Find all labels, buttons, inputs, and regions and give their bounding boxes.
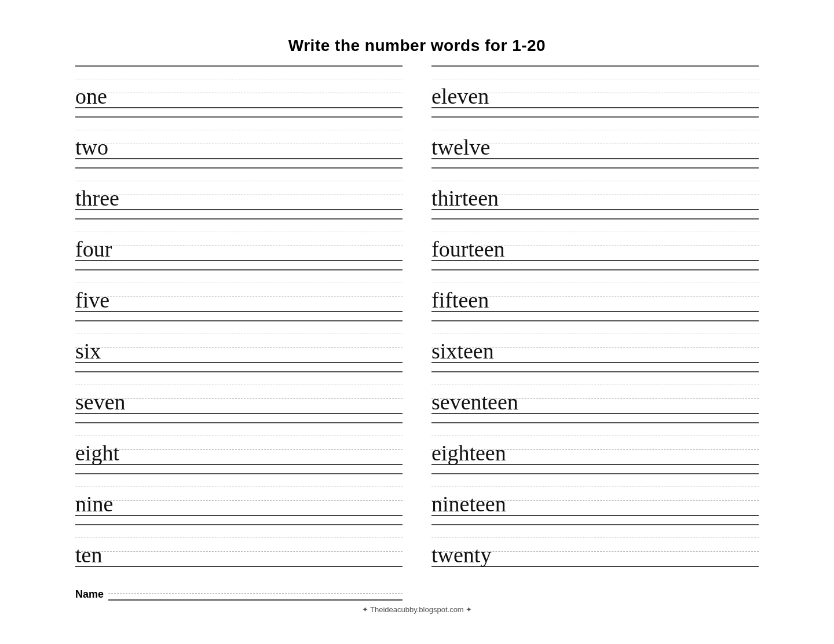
writing-line-base [75,362,403,363]
writing-line-mid [75,297,403,297]
word-entry-fourteen: fourteen [431,218,759,269]
writing-line-base [75,311,403,312]
writing-line-top [431,232,759,232]
word-label-eight: eight [75,442,119,464]
word-label-twelve: twelve [431,136,490,158]
word-label-one: one [75,85,107,107]
worksheet: Write the number words for 1-20 onetwoth… [52,19,782,625]
word-label-nine: nine [75,493,113,515]
writing-line-base [75,566,403,567]
writing-line-mid [75,246,403,246]
word-label-four: four [75,238,112,260]
writing-area[interactable]: six [75,321,403,371]
writing-area[interactable]: four [75,219,403,269]
name-spacer [431,581,759,601]
writing-line-top [75,283,403,283]
writing-area[interactable]: nine [75,474,403,524]
writing-line-base [75,107,403,108]
word-label-seventeen: seventeen [431,391,518,413]
writing-area[interactable]: one [75,67,403,116]
writing-line-top [75,486,403,487]
word-label-fourteen: fourteen [431,238,505,260]
word-label-fifteen: fifteen [431,289,489,311]
writing-line-top [75,130,403,130]
writing-area[interactable]: eighteen [431,423,759,473]
page-title: Write the number words for 1-20 [75,36,759,55]
word-entry-three: three [75,167,403,218]
writing-area[interactable]: twelve [431,118,759,167]
writing-line-top [431,181,759,181]
writing-line-top [431,334,759,334]
writing-line-top [431,436,759,436]
word-entry-six: six [75,320,403,371]
word-label-three: three [75,187,119,209]
writing-line-top [75,537,403,538]
word-entry-ten: ten [75,524,403,575]
writing-line-top [75,232,403,232]
word-label-seven: seven [75,391,126,413]
writing-area[interactable]: fifteen [431,270,759,320]
writing-area[interactable]: eleven [431,67,759,116]
writing-line-base [75,209,403,210]
writing-line-top [431,537,759,538]
word-grid: onetwothreefourfivesixseveneightnineten … [75,65,759,575]
writing-line-top [75,334,403,334]
writing-line-mid [75,93,403,93]
word-label-five: five [75,289,109,311]
word-entry-five: five [75,269,403,320]
writing-line-top [431,283,759,283]
word-entry-seven: seven [75,371,403,422]
writing-line-mid [75,500,403,501]
writing-area[interactable]: two [75,118,403,167]
writing-area[interactable]: sixteen [431,321,759,371]
word-label-six: six [75,340,101,362]
writing-line-base [75,158,403,159]
word-entry-eighteen: eighteen [431,422,759,473]
writing-area[interactable]: nineteen [431,474,759,524]
name-section: Name [75,581,759,601]
writing-area[interactable]: three [75,169,403,218]
word-entry-eleven: eleven [431,65,759,116]
writing-area[interactable]: eight [75,423,403,473]
footer-text: ✦ Theideacubby.blogspot.com ✦ [75,605,759,614]
writing-area[interactable]: fourteen [431,219,759,269]
word-entry-two: two [75,116,403,167]
word-label-eighteen: eighteen [431,442,506,464]
writing-line-top [75,79,403,79]
writing-line-top [431,79,759,79]
word-entry-fifteen: fifteen [431,269,759,320]
name-label: Name [75,588,104,601]
writing-area[interactable]: ten [75,525,403,575]
writing-area[interactable]: seven [75,372,403,422]
word-entry-nineteen: nineteen [431,473,759,524]
writing-area[interactable]: five [75,270,403,320]
word-label-eleven: eleven [431,85,489,107]
word-entry-sixteen: sixteen [431,320,759,371]
writing-line-top [75,181,403,181]
word-entry-eight: eight [75,422,403,473]
word-entry-thirteen: thirteen [431,167,759,218]
word-entry-one: one [75,65,403,116]
writing-line-base [75,515,403,516]
word-entry-twelve: twelve [431,116,759,167]
writing-line-top [431,385,759,385]
word-label-two: two [75,136,108,158]
word-entry-nine: nine [75,473,403,524]
writing-area[interactable]: thirteen [431,169,759,218]
word-label-ten: ten [75,544,102,566]
writing-line-mid [75,195,403,195]
writing-line-mid [75,144,403,144]
writing-line-mid [75,551,403,552]
writing-line-mid [75,449,403,450]
word-label-sixteen: sixteen [431,340,494,362]
word-label-nineteen: nineteen [431,493,506,515]
writing-area[interactable]: twenty [431,525,759,575]
word-entry-twenty: twenty [431,524,759,575]
writing-line-top [75,385,403,385]
left-column: onetwothreefourfivesixseveneightnineten [75,65,403,575]
writing-area[interactable]: seventeen [431,372,759,422]
writing-line-top [431,486,759,487]
right-column: eleventwelvethirteenfourteenfifteensixte… [431,65,759,575]
word-entry-seventeen: seventeen [431,371,759,422]
word-label-twenty: twenty [431,544,491,566]
